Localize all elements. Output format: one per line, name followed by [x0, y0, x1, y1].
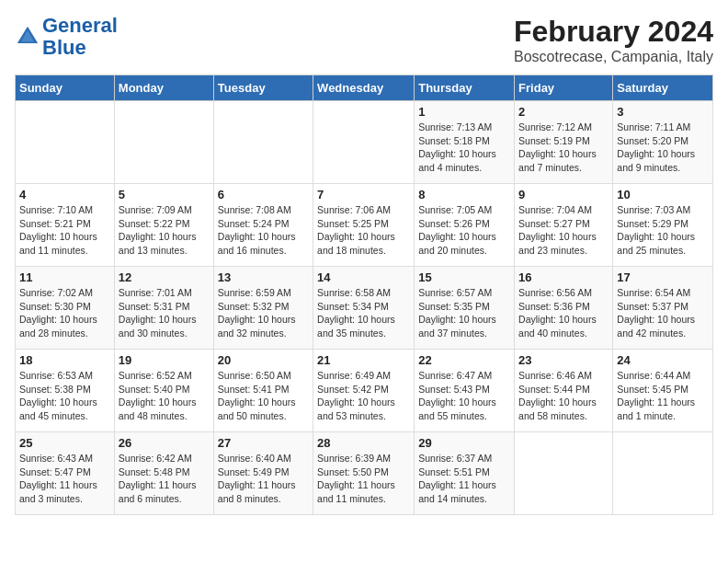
- calendar-cell: 20Sunrise: 6:50 AM Sunset: 5:41 PM Dayli…: [213, 350, 313, 432]
- weekday-header-row: SundayMondayTuesdayWednesdayThursdayFrid…: [16, 75, 713, 101]
- day-number: 23: [518, 353, 609, 367]
- calendar-cell: 17Sunrise: 6:54 AM Sunset: 5:37 PM Dayli…: [613, 267, 713, 350]
- day-info: Sunrise: 7:09 AM Sunset: 5:22 PM Dayligh…: [119, 203, 210, 258]
- day-number: 18: [19, 353, 110, 367]
- calendar-cell: 26Sunrise: 6:42 AM Sunset: 5:48 PM Dayli…: [114, 432, 213, 515]
- day-number: 25: [19, 436, 110, 450]
- day-info: Sunrise: 6:37 AM Sunset: 5:51 PM Dayligh…: [418, 452, 510, 506]
- calendar-cell: 25Sunrise: 6:43 AM Sunset: 5:47 PM Dayli…: [16, 432, 115, 515]
- day-number: 3: [617, 105, 709, 119]
- calendar-cell: 9Sunrise: 7:04 AM Sunset: 5:27 PM Daylig…: [515, 184, 613, 267]
- day-number: 4: [19, 188, 110, 201]
- day-number: 24: [617, 353, 709, 367]
- day-info: Sunrise: 7:03 AM Sunset: 5:29 PM Dayligh…: [617, 203, 709, 258]
- day-info: Sunrise: 6:44 AM Sunset: 5:45 PM Dayligh…: [617, 369, 709, 423]
- day-number: 10: [617, 188, 709, 201]
- day-info: Sunrise: 6:57 AM Sunset: 5:35 PM Dayligh…: [418, 286, 510, 340]
- calendar-cell: 29Sunrise: 6:37 AM Sunset: 5:51 PM Dayli…: [415, 432, 515, 515]
- calendar-cell: 2Sunrise: 7:12 AM Sunset: 5:19 PM Daylig…: [515, 101, 613, 184]
- weekday-header-wednesday: Wednesday: [313, 75, 415, 101]
- day-number: 16: [518, 270, 609, 284]
- day-number: 20: [218, 353, 309, 367]
- day-info: Sunrise: 6:54 AM Sunset: 5:37 PM Dayligh…: [617, 286, 709, 340]
- calendar-cell: 15Sunrise: 6:57 AM Sunset: 5:35 PM Dayli…: [415, 267, 515, 350]
- calendar-cell: 10Sunrise: 7:03 AM Sunset: 5:29 PM Dayli…: [613, 184, 713, 267]
- calendar-cell: 14Sunrise: 6:58 AM Sunset: 5:34 PM Dayli…: [313, 267, 415, 350]
- day-info: Sunrise: 6:59 AM Sunset: 5:32 PM Dayligh…: [218, 286, 309, 340]
- day-number: 1: [418, 105, 510, 119]
- calendar-cell: [613, 432, 713, 515]
- day-number: 26: [119, 436, 210, 450]
- logo-text: General Blue: [42, 15, 118, 59]
- week-row-2: 4Sunrise: 7:10 AM Sunset: 5:21 PM Daylig…: [16, 184, 713, 267]
- day-number: 6: [218, 188, 309, 201]
- week-row-1: 1Sunrise: 7:13 AM Sunset: 5:18 PM Daylig…: [16, 101, 713, 184]
- weekday-header-tuesday: Tuesday: [213, 75, 313, 101]
- calendar-cell: 22Sunrise: 6:47 AM Sunset: 5:43 PM Dayli…: [415, 350, 515, 432]
- day-info: Sunrise: 7:13 AM Sunset: 5:18 PM Dayligh…: [418, 121, 510, 175]
- day-number: 13: [218, 270, 309, 284]
- day-number: 5: [119, 188, 210, 201]
- calendar-body: 1Sunrise: 7:13 AM Sunset: 5:18 PM Daylig…: [16, 101, 713, 515]
- weekday-header-monday: Monday: [114, 75, 213, 101]
- day-number: 2: [518, 105, 609, 119]
- calendar-cell: 21Sunrise: 6:49 AM Sunset: 5:42 PM Dayli…: [313, 350, 415, 432]
- calendar-cell: 11Sunrise: 7:02 AM Sunset: 5:30 PM Dayli…: [16, 267, 115, 350]
- logo-icon: [15, 24, 40, 50]
- calendar-cell: 6Sunrise: 7:08 AM Sunset: 5:24 PM Daylig…: [213, 184, 313, 267]
- week-row-3: 11Sunrise: 7:02 AM Sunset: 5:30 PM Dayli…: [16, 267, 713, 350]
- calendar-cell: 5Sunrise: 7:09 AM Sunset: 5:22 PM Daylig…: [114, 184, 213, 267]
- day-number: 9: [518, 188, 609, 201]
- weekday-header-thursday: Thursday: [415, 75, 515, 101]
- calendar-cell: 4Sunrise: 7:10 AM Sunset: 5:21 PM Daylig…: [16, 184, 115, 267]
- calendar-cell: 7Sunrise: 7:06 AM Sunset: 5:25 PM Daylig…: [313, 184, 415, 267]
- calendar-cell: [515, 432, 613, 515]
- calendar-cell: 27Sunrise: 6:40 AM Sunset: 5:49 PM Dayli…: [213, 432, 313, 515]
- calendar-cell: [16, 101, 115, 184]
- day-info: Sunrise: 7:08 AM Sunset: 5:24 PM Dayligh…: [218, 203, 309, 258]
- day-number: 7: [317, 188, 410, 201]
- day-info: Sunrise: 7:12 AM Sunset: 5:19 PM Dayligh…: [518, 121, 609, 175]
- calendar-cell: 24Sunrise: 6:44 AM Sunset: 5:45 PM Dayli…: [613, 350, 713, 432]
- day-number: 14: [317, 270, 410, 284]
- day-info: Sunrise: 6:53 AM Sunset: 5:38 PM Dayligh…: [19, 369, 110, 423]
- day-number: 12: [119, 270, 210, 284]
- page-header: General Blue February 2024 Boscotrecase,…: [15, 15, 713, 65]
- weekday-header-sunday: Sunday: [16, 75, 115, 101]
- day-number: 22: [418, 353, 510, 367]
- calendar-table: SundayMondayTuesdayWednesdayThursdayFrid…: [15, 75, 713, 515]
- day-info: Sunrise: 6:47 AM Sunset: 5:43 PM Dayligh…: [418, 369, 510, 423]
- day-number: 8: [418, 188, 510, 201]
- calendar-cell: 18Sunrise: 6:53 AM Sunset: 5:38 PM Dayli…: [16, 350, 115, 432]
- day-number: 29: [418, 436, 510, 450]
- calendar-cell: [213, 101, 313, 184]
- day-info: Sunrise: 7:10 AM Sunset: 5:21 PM Dayligh…: [19, 203, 110, 258]
- calendar-cell: 12Sunrise: 7:01 AM Sunset: 5:31 PM Dayli…: [114, 267, 213, 350]
- day-info: Sunrise: 7:05 AM Sunset: 5:26 PM Dayligh…: [418, 203, 510, 258]
- calendar-cell: [114, 101, 213, 184]
- day-info: Sunrise: 7:04 AM Sunset: 5:27 PM Dayligh…: [518, 203, 609, 258]
- calendar-cell: 3Sunrise: 7:11 AM Sunset: 5:20 PM Daylig…: [613, 101, 713, 184]
- day-number: 15: [418, 270, 510, 284]
- day-number: 17: [617, 270, 709, 284]
- day-info: Sunrise: 6:40 AM Sunset: 5:49 PM Dayligh…: [218, 452, 309, 506]
- weekday-header-saturday: Saturday: [613, 75, 713, 101]
- day-info: Sunrise: 6:39 AM Sunset: 5:50 PM Dayligh…: [317, 452, 410, 506]
- day-info: Sunrise: 7:06 AM Sunset: 5:25 PM Dayligh…: [317, 203, 410, 258]
- title-area: February 2024 Boscotrecase, Campania, It…: [514, 15, 713, 65]
- week-row-4: 18Sunrise: 6:53 AM Sunset: 5:38 PM Dayli…: [16, 350, 713, 432]
- day-number: 21: [317, 353, 410, 367]
- day-number: 28: [317, 436, 410, 450]
- location-subtitle: Boscotrecase, Campania, Italy: [514, 49, 713, 65]
- calendar-cell: 1Sunrise: 7:13 AM Sunset: 5:18 PM Daylig…: [415, 101, 515, 184]
- calendar-cell: 8Sunrise: 7:05 AM Sunset: 5:26 PM Daylig…: [415, 184, 515, 267]
- calendar-cell: 13Sunrise: 6:59 AM Sunset: 5:32 PM Dayli…: [213, 267, 313, 350]
- calendar-cell: 19Sunrise: 6:52 AM Sunset: 5:40 PM Dayli…: [114, 350, 213, 432]
- day-number: 11: [19, 270, 110, 284]
- day-info: Sunrise: 7:02 AM Sunset: 5:30 PM Dayligh…: [19, 286, 110, 340]
- day-info: Sunrise: 7:11 AM Sunset: 5:20 PM Dayligh…: [617, 121, 709, 175]
- logo: General Blue: [15, 15, 118, 59]
- day-info: Sunrise: 6:50 AM Sunset: 5:41 PM Dayligh…: [218, 369, 309, 423]
- day-number: 27: [218, 436, 309, 450]
- calendar-cell: 23Sunrise: 6:46 AM Sunset: 5:44 PM Dayli…: [515, 350, 613, 432]
